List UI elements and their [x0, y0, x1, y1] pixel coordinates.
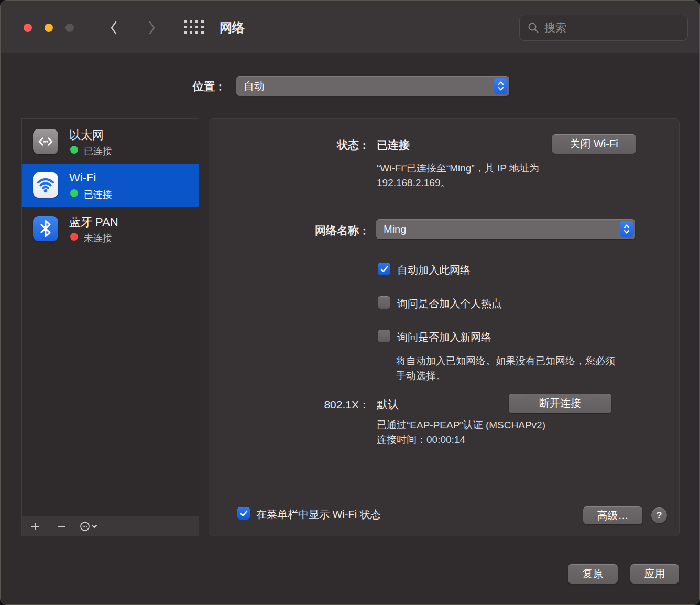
service-status: 未连接: [84, 232, 112, 244]
ask-hotspot-checkbox[interactable]: [378, 296, 390, 309]
auto-join-checkbox[interactable]: [378, 263, 390, 275]
sidebar-item-ethernet[interactable]: 以太网 已连接: [22, 120, 199, 164]
services-sidebar: 以太网 已连接 Wi-Fi 已连接 蓝牙: [21, 118, 199, 536]
location-value: 自动: [244, 79, 265, 93]
sidebar-item-bluetooth-pan[interactable]: 蓝牙 PAN 未连接: [22, 207, 199, 251]
show-wifi-in-menubar-checkbox[interactable]: [237, 507, 250, 520]
auth-text: 已通过“EAP-PEAP”认证 (MSCHAPv2): [377, 418, 545, 432]
turn-off-wifi-button[interactable]: 关闭 Wi-Fi: [552, 134, 636, 154]
service-name: 以太网: [69, 127, 104, 143]
search-icon: [527, 21, 540, 34]
status-dot-green: [70, 146, 78, 154]
service-status: 已连接: [84, 145, 112, 157]
disconnect-button[interactable]: 断开连接: [509, 394, 611, 413]
bluetooth-icon: [33, 216, 58, 241]
service-name: Wi-Fi: [69, 171, 96, 185]
status-description-line1: “Wi-Fi”已连接至“Ming”，其 IP 地址为: [377, 161, 539, 175]
ask-new-network-checkbox[interactable]: [378, 330, 390, 342]
window-title: 网络: [220, 19, 245, 36]
service-actions-button[interactable]: [74, 516, 104, 536]
dot1x-label: 802.1X：: [210, 397, 370, 412]
location-label: 位置：: [126, 79, 226, 94]
more-actions-icon: [80, 521, 99, 532]
titlebar: 网络 搜索: [1, 1, 699, 53]
forward-button[interactable]: [144, 18, 160, 37]
network-name-label: 网络名称：: [210, 223, 370, 238]
location-select[interactable]: 自动: [236, 76, 509, 96]
chevron-right-icon: [148, 20, 156, 35]
stepper-icon: [620, 221, 633, 237]
show-wifi-in-menubar-label: 在菜单栏中显示 Wi-Fi 状态: [256, 507, 381, 522]
status-label: 状态：: [210, 138, 370, 153]
add-service-button[interactable]: [22, 516, 48, 536]
advanced-button[interactable]: 高级…: [583, 506, 642, 524]
close-window-button[interactable]: [24, 24, 32, 32]
sidebar-item-wifi[interactable]: Wi-Fi 已连接: [22, 164, 199, 207]
join-note-line1: 将自动加入已知网络。如果没有已知网络，您必须: [396, 354, 615, 368]
check-icon: [240, 510, 248, 517]
grid-icon: [184, 20, 206, 36]
service-name: 蓝牙 PAN: [69, 214, 118, 230]
search-placeholder: 搜索: [544, 20, 566, 35]
show-all-button[interactable]: [183, 18, 207, 37]
chevron-left-icon: [110, 20, 118, 35]
status-description-line2: 192.168.2.169。: [377, 176, 451, 190]
check-icon: [380, 266, 388, 273]
dot1x-value: 默认: [377, 397, 399, 412]
status-dot-red: [70, 233, 78, 241]
ask-hotspot-label: 询问是否加入个人热点: [397, 297, 502, 311]
zoom-window-button[interactable]: [65, 24, 74, 32]
connection-time-text: 连接时间：00:00:14: [377, 433, 465, 447]
back-button[interactable]: [106, 18, 122, 37]
sidebar-toolbar: [22, 516, 199, 536]
network-preferences-window: 网络 搜索 位置： 自动: [0, 0, 700, 605]
status-value: 已连接: [377, 138, 410, 153]
search-input[interactable]: 搜索: [519, 15, 688, 41]
network-name-select[interactable]: Ming: [376, 219, 635, 239]
network-name-value: Ming: [384, 223, 406, 235]
ask-new-network-label: 询问是否加入新网络: [397, 330, 491, 344]
wifi-icon: [33, 172, 58, 198]
revert-button[interactable]: 复原: [568, 564, 618, 584]
plus-icon: [30, 522, 40, 531]
minimize-window-button[interactable]: [45, 24, 53, 32]
stepper-icon: [494, 78, 507, 94]
remove-service-button[interactable]: [48, 516, 74, 536]
service-status: 已连接: [84, 188, 112, 201]
ethernet-icon: [33, 129, 58, 154]
auto-join-label: 自动加入此网络: [397, 263, 471, 277]
help-button[interactable]: ?: [651, 507, 667, 523]
status-dot-green: [70, 189, 78, 197]
apply-button[interactable]: 应用: [630, 564, 679, 584]
join-note-line2: 手动选择。: [396, 369, 446, 383]
minus-icon: [57, 522, 66, 531]
